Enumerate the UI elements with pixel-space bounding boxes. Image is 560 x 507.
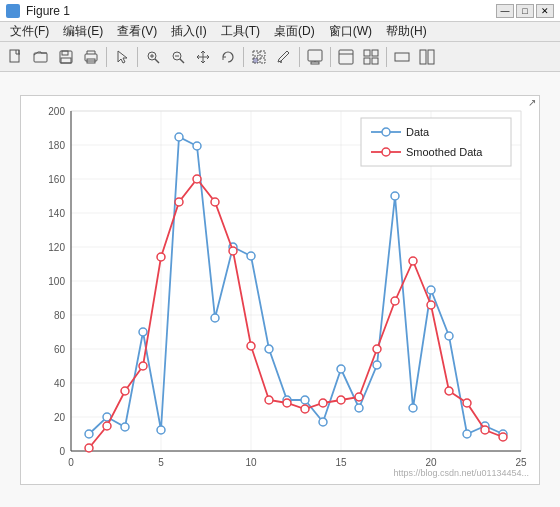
layout1-button[interactable] xyxy=(359,45,383,69)
data-point xyxy=(445,332,453,340)
svg-point-19 xyxy=(280,61,282,63)
brush-button[interactable] xyxy=(272,45,296,69)
title-bar-left: Figure 1 xyxy=(6,4,70,18)
smoothed-point xyxy=(373,345,381,353)
sep4 xyxy=(299,47,300,67)
smoothed-point xyxy=(247,342,255,350)
svg-line-13 xyxy=(180,59,184,63)
menu-item-窗口w[interactable]: 窗口(W) xyxy=(323,22,378,41)
svg-rect-4 xyxy=(62,51,68,55)
pan-button[interactable] xyxy=(191,45,215,69)
data-point xyxy=(409,404,417,412)
watermark: https://blog.csdn.net/u01134454... xyxy=(393,468,529,478)
minimize-button[interactable]: — xyxy=(496,4,514,18)
print-button[interactable] xyxy=(79,45,103,69)
open-button[interactable] xyxy=(29,45,53,69)
menu-item-插入i[interactable]: 插入(I) xyxy=(165,22,212,41)
smoothed-point xyxy=(391,297,399,305)
menu-item-工具t[interactable]: 工具(T) xyxy=(215,22,266,41)
chart-container: 0 20 40 60 80 100 120 140 160 180 200 0 … xyxy=(20,95,540,485)
svg-text:0: 0 xyxy=(59,446,65,457)
menu-item-查看v[interactable]: 查看(V) xyxy=(111,22,163,41)
data-point xyxy=(85,430,93,438)
layout2-button[interactable] xyxy=(390,45,414,69)
data-point xyxy=(301,396,309,404)
chart-svg: 0 20 40 60 80 100 120 140 160 180 200 0 … xyxy=(21,96,541,486)
smoothed-point xyxy=(211,198,219,206)
svg-text:40: 40 xyxy=(54,378,66,389)
svg-text:180: 180 xyxy=(48,140,65,151)
smoothed-point xyxy=(355,393,363,401)
sep3 xyxy=(243,47,244,67)
sep5 xyxy=(330,47,331,67)
svg-rect-2 xyxy=(34,53,47,62)
window-controls: — □ ✕ xyxy=(496,4,554,18)
cursor-button[interactable] xyxy=(110,45,134,69)
rotate-button[interactable] xyxy=(216,45,240,69)
zoom-out-button[interactable] xyxy=(166,45,190,69)
insert-button[interactable] xyxy=(303,45,327,69)
menu-item-文件f[interactable]: 文件(F) xyxy=(4,22,55,41)
smoothed-point xyxy=(409,257,417,265)
svg-rect-31 xyxy=(428,50,434,64)
svg-text:60: 60 xyxy=(54,344,66,355)
smoothed-point xyxy=(481,426,489,434)
menu-item-帮助h[interactable]: 帮助(H) xyxy=(380,22,433,41)
data-point xyxy=(139,328,147,336)
data-point xyxy=(463,430,471,438)
data-point xyxy=(373,361,381,369)
sep1 xyxy=(106,47,107,67)
new-button[interactable] xyxy=(4,45,28,69)
svg-rect-5 xyxy=(61,58,71,63)
legend-data-label: Data xyxy=(406,126,430,138)
zoom-in-button[interactable] xyxy=(141,45,165,69)
svg-rect-26 xyxy=(372,50,378,56)
close-button[interactable]: ✕ xyxy=(536,4,554,18)
svg-text:20: 20 xyxy=(425,457,437,468)
svg-rect-30 xyxy=(420,50,426,64)
svg-text:25: 25 xyxy=(515,457,527,468)
svg-rect-15 xyxy=(253,51,258,56)
data-point xyxy=(319,418,327,426)
dock-button[interactable] xyxy=(334,45,358,69)
data-point xyxy=(211,314,219,322)
data-point xyxy=(337,365,345,373)
smoothed-point xyxy=(337,396,345,404)
menu-item-编辑e[interactable]: 编辑(E) xyxy=(57,22,109,41)
layout3-button[interactable] xyxy=(415,45,439,69)
svg-rect-20 xyxy=(308,50,322,61)
svg-text:5: 5 xyxy=(158,457,164,468)
legend-smoothed-point xyxy=(382,148,390,156)
svg-text:80: 80 xyxy=(54,310,66,321)
svg-text:200: 200 xyxy=(48,106,65,117)
svg-text:20: 20 xyxy=(54,412,66,423)
svg-rect-18 xyxy=(260,58,265,63)
maximize-button[interactable]: □ xyxy=(516,4,534,18)
smoothed-point xyxy=(445,387,453,395)
svg-rect-16 xyxy=(253,58,258,63)
smoothed-point xyxy=(283,399,291,407)
title-bar: Figure 1 — □ ✕ xyxy=(0,0,560,22)
svg-rect-27 xyxy=(364,58,370,64)
svg-rect-23 xyxy=(339,50,353,64)
svg-text:140: 140 xyxy=(48,208,65,219)
legend-box xyxy=(361,118,511,166)
arrow-indicator: ↗ xyxy=(525,96,539,109)
svg-rect-28 xyxy=(372,58,378,64)
smoothed-point xyxy=(499,433,507,441)
smoothed-point xyxy=(301,405,309,413)
menu-bar: 文件(F)编辑(E)查看(V)插入(I)工具(T)桌面(D)窗口(W)帮助(H) xyxy=(0,22,560,42)
smoothed-point xyxy=(157,253,165,261)
svg-text:160: 160 xyxy=(48,174,65,185)
data-point xyxy=(193,142,201,150)
smoothed-point xyxy=(427,301,435,309)
menu-item-桌面d[interactable]: 桌面(D) xyxy=(268,22,321,41)
save-button[interactable] xyxy=(54,45,78,69)
data-point xyxy=(265,345,273,353)
window-title: Figure 1 xyxy=(26,4,70,18)
figure-icon xyxy=(6,4,20,18)
svg-text:0: 0 xyxy=(68,457,74,468)
smoothed-point xyxy=(229,247,237,255)
smoothed-point xyxy=(139,362,147,370)
select-button[interactable] xyxy=(247,45,271,69)
